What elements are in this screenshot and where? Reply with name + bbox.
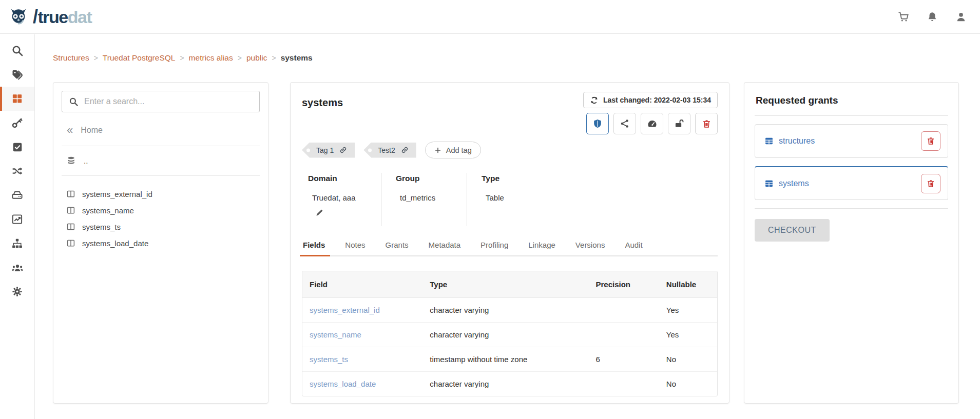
detail-header-right: Last changed: 2022-02-03 15:34	[583, 92, 718, 134]
columns-icon	[66, 189, 75, 198]
field-name: systems_load_date	[82, 239, 148, 248]
tab-notes[interactable]: Notes	[344, 235, 366, 255]
grant-card: systems	[755, 166, 948, 200]
grant-link-systems[interactable]: systems	[764, 179, 809, 188]
sitemap-icon	[11, 237, 23, 249]
shuffle-icon	[11, 165, 23, 177]
link-icon[interactable]	[339, 146, 347, 154]
tab-versions[interactable]: Versions	[574, 235, 606, 255]
divider	[62, 175, 260, 176]
tab-grants[interactable]: Grants	[385, 235, 410, 255]
field-name: systems_external_id	[82, 190, 152, 198]
cart-button[interactable]	[897, 11, 909, 23]
user-menu-button[interactable]	[955, 11, 967, 23]
field-type: character varying	[422, 323, 588, 347]
chart-line-icon	[11, 213, 23, 225]
field-precision	[589, 372, 659, 396]
table-row: systems_ts timestamp without time zone 6…	[302, 347, 717, 372]
tag-label: Test2	[378, 146, 395, 154]
tab-fields[interactable]: Fields	[302, 235, 326, 255]
sidebar-item-tags[interactable]	[0, 63, 34, 87]
breadcrumb-current: systems	[281, 53, 313, 63]
checkout-button[interactable]: CHECKOUT	[755, 219, 830, 242]
field-type: character varying	[422, 298, 588, 323]
unlock-icon	[674, 118, 684, 129]
breadcrumb-link-system[interactable]: Truedat PostgreSQL	[103, 53, 176, 63]
back-to-home[interactable]: « Home	[67, 125, 260, 136]
breadcrumb-separator: >	[272, 54, 276, 62]
field-list-item[interactable]: systems_ts	[66, 218, 260, 235]
tab-metadata[interactable]: Metadata	[428, 235, 462, 255]
brand-logo[interactable]: /truedat	[7, 6, 91, 28]
sidebar-item-dashboards[interactable]	[0, 207, 34, 231]
delete-structure-button[interactable]	[695, 113, 718, 134]
field-nullable: Yes	[659, 298, 717, 323]
last-changed-label: Last changed: 2022-02-03 15:34	[603, 96, 711, 104]
sidebar-item-permissions[interactable]	[0, 111, 34, 135]
table-header-row: Field Type Precision Nullable	[302, 271, 717, 298]
check-square-icon	[12, 142, 23, 153]
grant-card: structures	[755, 124, 948, 158]
sidebar-item-settings[interactable]	[0, 280, 34, 304]
profiling-button[interactable]	[641, 113, 663, 134]
meta-type: Type Table	[467, 173, 580, 226]
last-changed-button[interactable]: Last changed: 2022-02-03 15:34	[583, 92, 718, 108]
field-link[interactable]: systems_ts	[310, 355, 348, 364]
sidebar-item-systems[interactable]	[0, 183, 34, 207]
notifications-button[interactable]	[927, 11, 938, 23]
sidebar-item-structures[interactable]	[0, 87, 34, 111]
tag-label: Tag 1	[316, 146, 334, 154]
breadcrumb-separator: >	[94, 54, 98, 62]
tab-profiling[interactable]: Profiling	[479, 235, 509, 255]
search-input[interactable]	[84, 97, 253, 106]
breadcrumb-link-database[interactable]: metrics alias	[189, 53, 233, 63]
shield-icon	[592, 118, 603, 129]
field-link[interactable]: systems_external_id	[310, 306, 380, 314]
link-icon[interactable]	[401, 146, 409, 154]
table-row: systems_name character varying Yes	[302, 323, 717, 347]
sidebar-item-users[interactable]	[0, 255, 34, 280]
requested-grants-panel: Requested grants structures	[744, 82, 959, 404]
breadcrumb-link-schema[interactable]: public	[246, 53, 267, 63]
divider	[755, 208, 948, 209]
add-tag-button[interactable]: Add tag	[425, 142, 481, 158]
breadcrumb-separator: >	[238, 54, 242, 62]
field-name: systems_ts	[82, 223, 121, 231]
detail-header: systems Last changed: 2022-02-03 15:34	[302, 92, 718, 134]
remove-grant-button[interactable]	[921, 131, 940, 151]
detail-tabs: Fields Notes Grants Metadata Profiling L…	[302, 235, 718, 256]
bell-icon	[927, 11, 938, 23]
tag-chip[interactable]: Test2	[363, 143, 416, 158]
breadcrumb-link-structures[interactable]: Structures	[53, 53, 89, 63]
user-icon	[955, 11, 967, 23]
remove-grant-button[interactable]	[921, 174, 940, 193]
tab-linkage[interactable]: Linkage	[527, 235, 556, 255]
sidebar-item-taxonomy[interactable]	[0, 231, 34, 255]
grant-label: systems	[779, 179, 809, 188]
field-link[interactable]: systems_name	[310, 330, 361, 339]
grant-link-structures[interactable]: structures	[764, 136, 815, 146]
key-icon	[11, 117, 23, 129]
edit-domain-button[interactable]	[315, 208, 324, 217]
field-list-item[interactable]: systems_name	[66, 202, 260, 218]
field-type: timestamp without time zone	[422, 347, 588, 372]
share-button[interactable]	[613, 113, 636, 134]
tab-audit[interactable]: Audit	[624, 235, 643, 255]
gauge-icon	[647, 118, 658, 129]
sidebar-item-quality[interactable]	[0, 135, 34, 159]
columns-icon	[66, 222, 75, 231]
divider	[755, 115, 948, 116]
unlock-button[interactable]	[668, 113, 690, 134]
field-link[interactable]: systems_load_date	[310, 380, 376, 388]
parent-folder-label: ..	[84, 156, 88, 165]
field-list-item[interactable]: systems_external_id	[66, 186, 260, 202]
sidebar-item-lineage[interactable]	[0, 159, 34, 183]
table-row: systems_load_date character varying No	[302, 372, 717, 396]
tag-chip[interactable]: Tag 1	[302, 143, 355, 158]
type-value: Table	[486, 193, 580, 202]
column-header-field: Field	[302, 271, 422, 298]
field-list-item[interactable]: systems_load_date	[66, 235, 260, 251]
protect-button[interactable]	[586, 113, 609, 134]
parent-folder-item[interactable]: ..	[66, 156, 260, 166]
sidebar-item-search[interactable]	[0, 38, 34, 63]
